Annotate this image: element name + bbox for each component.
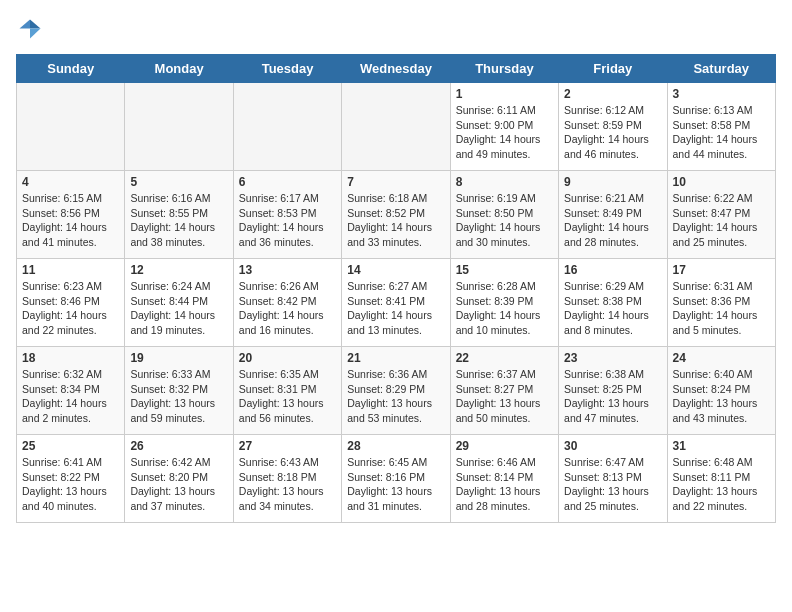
- calendar-cell: 27Sunrise: 6:43 AM Sunset: 8:18 PM Dayli…: [233, 435, 341, 523]
- calendar-cell: 26Sunrise: 6:42 AM Sunset: 8:20 PM Dayli…: [125, 435, 233, 523]
- day-number: 28: [347, 439, 444, 453]
- calendar-cell: 3Sunrise: 6:13 AM Sunset: 8:58 PM Daylig…: [667, 83, 775, 171]
- day-info: Sunrise: 6:35 AM Sunset: 8:31 PM Dayligh…: [239, 367, 336, 426]
- day-number: 6: [239, 175, 336, 189]
- day-number: 9: [564, 175, 661, 189]
- day-number: 7: [347, 175, 444, 189]
- day-number: 23: [564, 351, 661, 365]
- day-info: Sunrise: 6:45 AM Sunset: 8:16 PM Dayligh…: [347, 455, 444, 514]
- weekday-header-monday: Monday: [125, 55, 233, 83]
- day-info: Sunrise: 6:19 AM Sunset: 8:50 PM Dayligh…: [456, 191, 553, 250]
- day-number: 8: [456, 175, 553, 189]
- day-info: Sunrise: 6:33 AM Sunset: 8:32 PM Dayligh…: [130, 367, 227, 426]
- calendar-table: SundayMondayTuesdayWednesdayThursdayFrid…: [16, 54, 776, 523]
- calendar-cell: [233, 83, 341, 171]
- day-info: Sunrise: 6:15 AM Sunset: 8:56 PM Dayligh…: [22, 191, 119, 250]
- day-info: Sunrise: 6:28 AM Sunset: 8:39 PM Dayligh…: [456, 279, 553, 338]
- day-number: 21: [347, 351, 444, 365]
- logo: [16, 16, 48, 44]
- day-info: Sunrise: 6:31 AM Sunset: 8:36 PM Dayligh…: [673, 279, 770, 338]
- day-number: 17: [673, 263, 770, 277]
- calendar-week-row: 1Sunrise: 6:11 AM Sunset: 9:00 PM Daylig…: [17, 83, 776, 171]
- calendar-cell: [125, 83, 233, 171]
- day-info: Sunrise: 6:32 AM Sunset: 8:34 PM Dayligh…: [22, 367, 119, 426]
- day-info: Sunrise: 6:38 AM Sunset: 8:25 PM Dayligh…: [564, 367, 661, 426]
- calendar-cell: 4Sunrise: 6:15 AM Sunset: 8:56 PM Daylig…: [17, 171, 125, 259]
- calendar-cell: 14Sunrise: 6:27 AM Sunset: 8:41 PM Dayli…: [342, 259, 450, 347]
- page-header: [16, 16, 776, 44]
- day-number: 20: [239, 351, 336, 365]
- calendar-cell: 7Sunrise: 6:18 AM Sunset: 8:52 PM Daylig…: [342, 171, 450, 259]
- day-number: 14: [347, 263, 444, 277]
- calendar-cell: 29Sunrise: 6:46 AM Sunset: 8:14 PM Dayli…: [450, 435, 558, 523]
- calendar-cell: 25Sunrise: 6:41 AM Sunset: 8:22 PM Dayli…: [17, 435, 125, 523]
- calendar-cell: 13Sunrise: 6:26 AM Sunset: 8:42 PM Dayli…: [233, 259, 341, 347]
- day-info: Sunrise: 6:42 AM Sunset: 8:20 PM Dayligh…: [130, 455, 227, 514]
- weekday-header-sunday: Sunday: [17, 55, 125, 83]
- day-number: 25: [22, 439, 119, 453]
- day-info: Sunrise: 6:46 AM Sunset: 8:14 PM Dayligh…: [456, 455, 553, 514]
- calendar-cell: 15Sunrise: 6:28 AM Sunset: 8:39 PM Dayli…: [450, 259, 558, 347]
- weekday-header-wednesday: Wednesday: [342, 55, 450, 83]
- day-number: 12: [130, 263, 227, 277]
- svg-marker-1: [30, 29, 41, 39]
- day-number: 11: [22, 263, 119, 277]
- calendar-cell: 10Sunrise: 6:22 AM Sunset: 8:47 PM Dayli…: [667, 171, 775, 259]
- weekday-header-tuesday: Tuesday: [233, 55, 341, 83]
- day-number: 18: [22, 351, 119, 365]
- day-info: Sunrise: 6:21 AM Sunset: 8:49 PM Dayligh…: [564, 191, 661, 250]
- day-number: 22: [456, 351, 553, 365]
- day-info: Sunrise: 6:24 AM Sunset: 8:44 PM Dayligh…: [130, 279, 227, 338]
- calendar-cell: 16Sunrise: 6:29 AM Sunset: 8:38 PM Dayli…: [559, 259, 667, 347]
- calendar-body: 1Sunrise: 6:11 AM Sunset: 9:00 PM Daylig…: [17, 83, 776, 523]
- calendar-week-row: 11Sunrise: 6:23 AM Sunset: 8:46 PM Dayli…: [17, 259, 776, 347]
- calendar-week-row: 18Sunrise: 6:32 AM Sunset: 8:34 PM Dayli…: [17, 347, 776, 435]
- calendar-cell: 8Sunrise: 6:19 AM Sunset: 8:50 PM Daylig…: [450, 171, 558, 259]
- weekday-header-saturday: Saturday: [667, 55, 775, 83]
- calendar-cell: 19Sunrise: 6:33 AM Sunset: 8:32 PM Dayli…: [125, 347, 233, 435]
- day-info: Sunrise: 6:47 AM Sunset: 8:13 PM Dayligh…: [564, 455, 661, 514]
- day-number: 1: [456, 87, 553, 101]
- day-info: Sunrise: 6:26 AM Sunset: 8:42 PM Dayligh…: [239, 279, 336, 338]
- svg-marker-2: [20, 20, 31, 29]
- day-info: Sunrise: 6:27 AM Sunset: 8:41 PM Dayligh…: [347, 279, 444, 338]
- day-number: 26: [130, 439, 227, 453]
- day-number: 24: [673, 351, 770, 365]
- calendar-cell: 30Sunrise: 6:47 AM Sunset: 8:13 PM Dayli…: [559, 435, 667, 523]
- day-number: 15: [456, 263, 553, 277]
- calendar-header-row: SundayMondayTuesdayWednesdayThursdayFrid…: [17, 55, 776, 83]
- calendar-cell: 23Sunrise: 6:38 AM Sunset: 8:25 PM Dayli…: [559, 347, 667, 435]
- calendar-cell: 1Sunrise: 6:11 AM Sunset: 9:00 PM Daylig…: [450, 83, 558, 171]
- day-number: 31: [673, 439, 770, 453]
- calendar-cell: 11Sunrise: 6:23 AM Sunset: 8:46 PM Dayli…: [17, 259, 125, 347]
- calendar-cell: 2Sunrise: 6:12 AM Sunset: 8:59 PM Daylig…: [559, 83, 667, 171]
- calendar-cell: 28Sunrise: 6:45 AM Sunset: 8:16 PM Dayli…: [342, 435, 450, 523]
- day-info: Sunrise: 6:12 AM Sunset: 8:59 PM Dayligh…: [564, 103, 661, 162]
- day-number: 5: [130, 175, 227, 189]
- day-info: Sunrise: 6:37 AM Sunset: 8:27 PM Dayligh…: [456, 367, 553, 426]
- day-info: Sunrise: 6:36 AM Sunset: 8:29 PM Dayligh…: [347, 367, 444, 426]
- day-number: 3: [673, 87, 770, 101]
- day-number: 13: [239, 263, 336, 277]
- day-number: 16: [564, 263, 661, 277]
- day-info: Sunrise: 6:41 AM Sunset: 8:22 PM Dayligh…: [22, 455, 119, 514]
- day-info: Sunrise: 6:11 AM Sunset: 9:00 PM Dayligh…: [456, 103, 553, 162]
- day-info: Sunrise: 6:29 AM Sunset: 8:38 PM Dayligh…: [564, 279, 661, 338]
- day-number: 10: [673, 175, 770, 189]
- calendar-cell: [17, 83, 125, 171]
- day-number: 4: [22, 175, 119, 189]
- calendar-cell: 21Sunrise: 6:36 AM Sunset: 8:29 PM Dayli…: [342, 347, 450, 435]
- day-number: 27: [239, 439, 336, 453]
- day-info: Sunrise: 6:40 AM Sunset: 8:24 PM Dayligh…: [673, 367, 770, 426]
- calendar-cell: [342, 83, 450, 171]
- day-info: Sunrise: 6:18 AM Sunset: 8:52 PM Dayligh…: [347, 191, 444, 250]
- weekday-header-thursday: Thursday: [450, 55, 558, 83]
- day-info: Sunrise: 6:22 AM Sunset: 8:47 PM Dayligh…: [673, 191, 770, 250]
- day-info: Sunrise: 6:16 AM Sunset: 8:55 PM Dayligh…: [130, 191, 227, 250]
- calendar-cell: 24Sunrise: 6:40 AM Sunset: 8:24 PM Dayli…: [667, 347, 775, 435]
- calendar-cell: 12Sunrise: 6:24 AM Sunset: 8:44 PM Dayli…: [125, 259, 233, 347]
- calendar-cell: 17Sunrise: 6:31 AM Sunset: 8:36 PM Dayli…: [667, 259, 775, 347]
- day-info: Sunrise: 6:17 AM Sunset: 8:53 PM Dayligh…: [239, 191, 336, 250]
- calendar-week-row: 4Sunrise: 6:15 AM Sunset: 8:56 PM Daylig…: [17, 171, 776, 259]
- calendar-cell: 20Sunrise: 6:35 AM Sunset: 8:31 PM Dayli…: [233, 347, 341, 435]
